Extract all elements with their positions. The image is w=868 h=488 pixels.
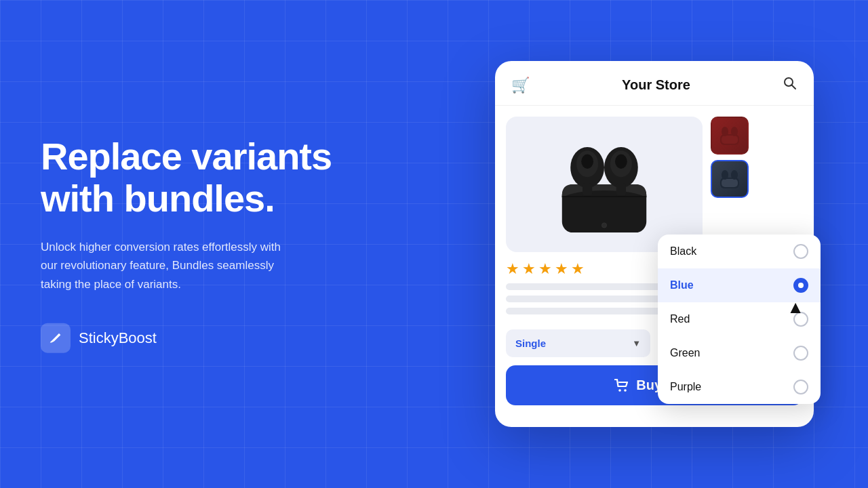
- thumbnail-red[interactable]: [711, 117, 749, 155]
- cart-icon[interactable]: 🛒: [511, 77, 530, 94]
- svg-point-19: [722, 170, 728, 180]
- brand-name: StickyBoost: [79, 329, 157, 346]
- svg-point-6: [581, 155, 593, 169]
- radio-blue[interactable]: [793, 278, 808, 293]
- color-label-blue: Blue: [670, 279, 694, 291]
- chevron-down-icon: ▼: [632, 338, 641, 348]
- star-2: ★: [522, 260, 536, 278]
- star-3: ★: [538, 260, 552, 278]
- radio-purple[interactable]: [793, 380, 808, 394]
- left-panel: Replace variants with bundles. Unlock hi…: [41, 136, 332, 353]
- thumbnails: [711, 117, 749, 252]
- svg-point-20: [731, 170, 738, 180]
- store-card: 🛒 Your Store: [495, 61, 814, 427]
- color-option-purple[interactable]: Purple: [658, 370, 821, 404]
- color-label-black: Black: [670, 245, 696, 258]
- radio-black[interactable]: [793, 244, 808, 259]
- brand: StickyBoost: [41, 323, 332, 352]
- color-option-blue[interactable]: Blue: [658, 268, 821, 302]
- quantity-dropdown-label: Single: [515, 338, 546, 349]
- color-option-green[interactable]: Green: [658, 336, 821, 370]
- svg-point-10: [601, 223, 606, 228]
- svg-rect-18: [722, 179, 738, 187]
- svg-point-22: [624, 389, 627, 392]
- svg-rect-14: [722, 136, 738, 144]
- store-title: Your Store: [622, 77, 690, 93]
- store-header: 🛒 Your Store: [495, 61, 814, 106]
- brand-icon: [41, 323, 71, 352]
- star-5: ★: [571, 260, 585, 278]
- svg-point-9: [615, 155, 627, 169]
- search-icon[interactable]: [783, 76, 797, 94]
- color-label-purple: Purple: [670, 381, 701, 393]
- star-4: ★: [555, 260, 568, 278]
- product-area: [495, 106, 814, 252]
- radio-green[interactable]: [793, 346, 808, 361]
- subtext: Unlock higher conversion rates effortles…: [41, 238, 285, 293]
- color-option-black[interactable]: Black: [658, 235, 821, 268]
- svg-line-1: [791, 85, 795, 89]
- color-label-red: Red: [670, 313, 690, 325]
- color-label-green: Green: [670, 347, 700, 359]
- color-options-dropdown: Black Blue Red Green Purple: [658, 235, 821, 404]
- product-line-3: [506, 308, 669, 314]
- svg-point-15: [722, 127, 728, 136]
- star-1: ★: [506, 260, 519, 278]
- svg-point-16: [731, 127, 738, 136]
- svg-rect-11: [583, 183, 592, 195]
- color-option-red[interactable]: Red: [658, 302, 821, 336]
- headline: Replace variants with bundles.: [41, 136, 332, 219]
- product-image: [506, 117, 703, 252]
- radio-red[interactable]: [793, 312, 808, 327]
- svg-rect-12: [616, 183, 626, 195]
- thumbnail-blue[interactable]: [711, 160, 749, 198]
- svg-point-21: [618, 389, 621, 392]
- quantity-dropdown[interactable]: Single ▼: [506, 329, 650, 357]
